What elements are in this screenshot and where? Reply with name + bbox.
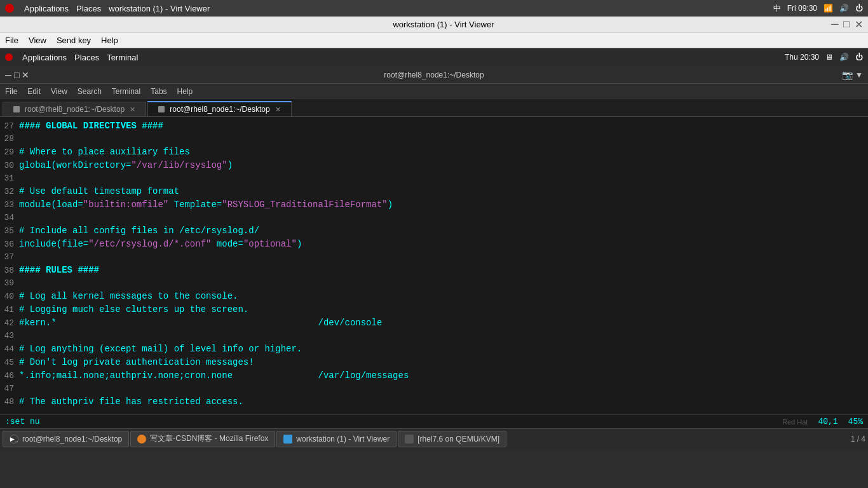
system-time: Fri 09:30	[787, 4, 817, 13]
guest-apps-menu[interactable]: Applications	[22, 53, 67, 62]
status-bar: :set nu Red Hat 40,1 45%	[0, 414, 868, 428]
taskbar-item-qemu[interactable]: [rhel7.6 on QEMU/KVM]	[398, 431, 506, 447]
guest-volume-icon: 🔊	[839, 53, 849, 62]
tmenu-edit[interactable]: Edit	[27, 87, 41, 96]
guest-bar-left: Applications Places Terminal	[5, 53, 138, 62]
menu-send-key[interactable]: Send key	[57, 36, 91, 45]
taskbar-firefox-label: 写文章-CSDN博客 - Mozilla Firefox	[150, 433, 268, 444]
taskbar: ▶_ root@rhel8_node1:~/Desktop 写文章-CSDN博客…	[0, 428, 868, 449]
virt-viewer-title: workstation (1) - Virt Viewer	[56, 20, 831, 29]
code-line-48: 48 # The authpriv file has restricted ac…	[0, 395, 868, 409]
guest-power-icon: ⏻	[855, 53, 863, 62]
terminal-dropdown-icon[interactable]: ▼	[855, 71, 863, 79]
guest-network-icon: 🖥	[825, 53, 833, 62]
terminal-minimize-btn[interactable]: ─	[5, 70, 11, 80]
terminal-maximize-btn[interactable]: □	[14, 70, 19, 80]
tab-close-2[interactable]: ✕	[275, 105, 281, 114]
taskbar-pagination: 1 / 4	[851, 435, 865, 444]
code-area[interactable]: 27 #### GLOBAL DIRECTIVES #### 28 29 # W…	[0, 117, 868, 414]
window-controls: ─ □ ✕	[831, 18, 863, 30]
system-bar-right: 中 Fri 09:30 📶 🔊 ⏻	[773, 3, 863, 14]
redhat-icon	[5, 4, 14, 13]
virt-viewer-chrome: workstation (1) - Virt Viewer ─ □ ✕	[0, 17, 868, 33]
code-line-41: 41 # Logging much else clutters up the s…	[0, 303, 868, 316]
guest-bar-right: Thu 20:30 🖥 🔊 ⏻	[785, 53, 863, 62]
code-line-39: 39	[0, 277, 868, 290]
tmenu-search[interactable]: Search	[78, 87, 102, 96]
vim-command: :set nu	[5, 417, 40, 426]
network-icon: 📶	[824, 4, 833, 13]
terminal-title: root@rhel8_node1:~/Desktop	[43, 71, 825, 79]
terminal-tab-1[interactable]: root@rhel8_node1:~/Desktop ✕	[3, 102, 146, 116]
tmenu-help[interactable]: Help	[177, 87, 193, 96]
terminal-screenshot-icon[interactable]: 📷	[842, 70, 853, 80]
tmenu-file[interactable]: File	[5, 87, 17, 96]
close-button[interactable]: ✕	[855, 18, 863, 30]
code-line-37: 37	[0, 251, 868, 264]
terminal-menu-bar: File Edit View Search Terminal Tabs Help	[0, 84, 868, 99]
tmenu-terminal[interactable]: Terminal	[112, 87, 140, 96]
tab-icon-1	[13, 106, 20, 112]
code-line-30: 30 global(workDirectory="/var/lib/rsyslo…	[0, 159, 868, 172]
code-line-45: 45 # Don't log private authentication me…	[0, 356, 868, 369]
menu-help[interactable]: Help	[101, 36, 118, 45]
qemu-taskbar-icon	[405, 435, 414, 444]
guest-places-menu[interactable]: Places	[74, 53, 99, 62]
taskbar-terminal-label: root@rhel8_node1:~/Desktop	[22, 435, 122, 444]
system-bar: Applications Places workstation (1) - Vi…	[0, 0, 868, 17]
code-line-40: 40 # Log all kernel messages to the cons…	[0, 290, 868, 303]
code-line-27: 27 #### GLOBAL DIRECTIVES ####	[0, 119, 868, 133]
taskbar-item-terminal[interactable]: ▶_ root@rhel8_node1:~/Desktop	[3, 431, 129, 447]
system-places-menu[interactable]: Places	[76, 4, 101, 13]
tab-icon-2	[158, 106, 165, 112]
system-apps-menu[interactable]: Applications	[24, 4, 69, 13]
power-icon: ⏻	[855, 4, 863, 13]
terminal-taskbar-icon: ▶_	[10, 435, 18, 444]
terminal-window: ─ □ ✕ root@rhel8_node1:~/Desktop 📷 ▼ Fil…	[0, 66, 868, 428]
virt-taskbar-icon	[283, 435, 292, 444]
code-line-33: 33 module(load="builtin:omfile" Template…	[0, 198, 868, 212]
virt-viewer-menu: File View Send key Help	[0, 33, 868, 48]
guest-time: Thu 20:30	[785, 53, 819, 62]
code-line-43: 43	[0, 330, 868, 342]
guest-redhat-icon	[5, 53, 13, 61]
cursor-position: 40,1	[818, 417, 837, 426]
menu-view[interactable]: View	[29, 36, 46, 45]
code-line-28: 28	[0, 133, 868, 146]
code-line-38: 38 #### RULES ####	[0, 264, 868, 277]
terminal-tabs: root@rhel8_node1:~/Desktop ✕ root@rhel8_…	[0, 99, 868, 117]
status-right: Red Hat 40,1 45%	[782, 417, 863, 426]
code-line-44: 44 # Log anything (except mail) of level…	[0, 342, 868, 356]
system-lang: 中	[773, 3, 781, 14]
volume-icon: 🔊	[839, 4, 849, 13]
redhat-watermark: Red Hat	[782, 418, 808, 426]
code-line-47: 47	[0, 383, 868, 395]
code-line-29: 29 # Where to place auxiliary files	[0, 146, 868, 159]
terminal-tab-2[interactable]: root@rhel8_node1:~/Desktop ✕	[147, 101, 291, 116]
taskbar-qemu-label: [rhel7.6 on QEMU/KVM]	[417, 435, 499, 444]
scroll-percent: 45%	[848, 417, 863, 426]
code-line-42: 42 #kern.* /dev/console	[0, 316, 868, 330]
guest-bar: Applications Places Terminal Thu 20:30 🖥…	[0, 48, 868, 66]
system-bar-left: Applications Places workstation (1) - Vi…	[5, 4, 210, 13]
taskbar-item-firefox[interactable]: 写文章-CSDN博客 - Mozilla Firefox	[130, 431, 275, 447]
taskbar-virt-label: workstation (1) - Virt Viewer	[296, 435, 390, 444]
code-line-35: 35 # Include all config files in /etc/rs…	[0, 224, 868, 238]
terminal-titlebar: ─ □ ✕ root@rhel8_node1:~/Desktop 📷 ▼	[0, 66, 868, 84]
tmenu-tabs[interactable]: Tabs	[151, 87, 166, 96]
tmenu-view[interactable]: View	[51, 87, 67, 96]
minimize-button[interactable]: ─	[831, 18, 838, 30]
code-line-34: 34	[0, 212, 868, 224]
tab-close-1[interactable]: ✕	[130, 105, 135, 114]
guest-terminal-menu[interactable]: Terminal	[107, 53, 138, 62]
code-line-31: 31	[0, 172, 868, 185]
firefox-taskbar-icon	[137, 435, 146, 444]
terminal-close-btn[interactable]: ✕	[22, 70, 29, 80]
system-window-title: workstation (1) - Virt Viewer	[109, 4, 210, 13]
menu-file[interactable]: File	[5, 36, 18, 45]
code-line-46: 46 *.info;mail.none;authpriv.none;cron.n…	[0, 369, 868, 383]
maximize-button[interactable]: □	[843, 18, 850, 30]
tab-label-1: root@rhel8_node1:~/Desktop	[25, 105, 125, 114]
code-line-36: 36 include(file="/etc/rsyslog.d/*.conf" …	[0, 238, 868, 251]
taskbar-item-virt[interactable]: workstation (1) - Virt Viewer	[276, 431, 397, 447]
